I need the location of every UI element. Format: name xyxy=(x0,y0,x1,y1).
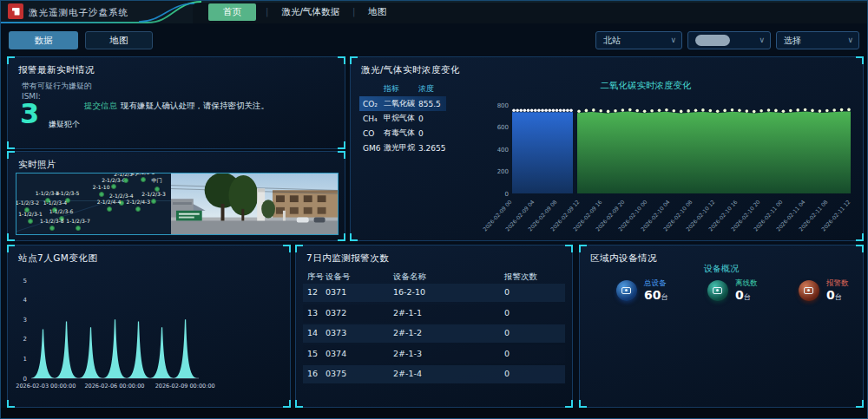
site-marker[interactable] xyxy=(49,226,55,231)
site-marker[interactable] xyxy=(151,199,156,204)
svg-text:2026-02-09 00:00:00: 2026-02-09 00:00:00 xyxy=(155,383,215,390)
col-header: 序号 xyxy=(307,272,324,283)
table-row[interactable]: 1603752#-1-40 xyxy=(303,365,565,383)
gas-panel-title: 激光/气体实时浓度变化 xyxy=(361,64,460,76)
site-marker[interactable] xyxy=(141,177,146,182)
svg-text:0: 0 xyxy=(23,376,27,383)
table-cell: 0 xyxy=(504,328,510,337)
site-marker-label: 1-1/2/3-1 xyxy=(18,211,42,217)
svg-text:2026-02-03 00:00:00: 2026-02-03 00:00:00 xyxy=(16,383,76,390)
tab-1[interactable]: 激光/气体数据 xyxy=(273,3,348,21)
table-cell: 16 xyxy=(307,369,318,378)
site-marker-label: 中门 xyxy=(152,177,162,185)
stat-label: 离线数 xyxy=(735,278,796,289)
table-row[interactable]: 12037116-2-100 xyxy=(303,284,565,302)
tab-2[interactable]: 地图 xyxy=(359,3,395,21)
site-marker-label: 1-1/2/3-5 xyxy=(56,190,79,196)
filter-select[interactable]: 选择∨ xyxy=(776,31,859,49)
site-marker[interactable] xyxy=(107,206,112,212)
data-button[interactable]: 数据 xyxy=(9,31,78,49)
table-cell: 2#-1-4 xyxy=(393,369,422,378)
site-schematic: 1-1/2/3-41-1/2/3-51-1/2/3-21-1/2/3-41-1/… xyxy=(16,173,171,234)
table-cell: 0372 xyxy=(326,308,346,318)
co2-chart: 02004006008002026-02-09 002026-02-09 042… xyxy=(495,95,866,239)
tab-separator: | xyxy=(352,7,355,16)
table-cell: 13 xyxy=(307,308,318,318)
table-row[interactable]: 1503742#-1-30 xyxy=(303,345,565,363)
table-row[interactable]: 1403732#-1-20 xyxy=(303,324,565,343)
device-table-header: 序号设备号设备名称报警次数 xyxy=(303,268,565,282)
submit-info-link[interactable]: 提交信息 xyxy=(84,101,117,112)
site-marker[interactable] xyxy=(123,178,128,183)
gm-panel-title: 站点7人GM变化图 xyxy=(18,252,97,265)
site-marker[interactable] xyxy=(111,184,116,189)
site-marker[interactable] xyxy=(155,187,160,192)
alarm-panel: 报警最新实时情况 带有可疑行为嫌疑的ISMI: 3 嫌疑犯个 提交信息 现有嫌疑… xyxy=(7,56,345,149)
svg-text:2026-02-06 00:00:00: 2026-02-06 00:00:00 xyxy=(84,383,144,390)
site-marker-label: 2-1/2/3-6 xyxy=(102,177,125,183)
svg-text:200: 200 xyxy=(497,168,509,175)
table-cell: 0374 xyxy=(326,349,346,358)
site-marker[interactable] xyxy=(135,206,141,212)
table-cell: 2#-1-2 xyxy=(393,328,422,337)
site-marker-label: 2-1-10 xyxy=(93,184,110,190)
chevron-down-icon: ∨ xyxy=(847,36,853,44)
gas-row[interactable]: CO₂二氧化碳855.5 xyxy=(359,96,446,111)
site-marker[interactable] xyxy=(76,226,81,231)
svg-text:1: 1 xyxy=(23,356,27,363)
table-cell: 12 xyxy=(307,287,318,297)
col-header: 设备号 xyxy=(326,272,351,283)
site-marker[interactable] xyxy=(28,219,33,224)
stat-value: 0台 xyxy=(826,289,868,304)
gas-row[interactable]: CH₄甲烷气体0 xyxy=(359,111,446,126)
chevron-down-icon: ∨ xyxy=(759,36,765,44)
photo-panel: 实时照片 1-1/2/3-41-1/2/3-51-1/2/3-21-1/2/3-… xyxy=(7,151,345,241)
stat-value: 60台 xyxy=(644,289,705,304)
tab-0[interactable]: 首页 xyxy=(208,3,256,21)
app-logo xyxy=(8,3,23,19)
stats-subtitle: 设备概况 xyxy=(580,263,863,275)
site-marker-label: 2-1/2/3-4 xyxy=(109,193,133,199)
alarm-panel-title: 报警最新实时情况 xyxy=(18,64,95,76)
station-select[interactable]: 北站∨ xyxy=(595,31,682,49)
table-cell: 0 xyxy=(504,349,510,358)
device-select[interactable]: ∨ xyxy=(687,31,771,49)
table-cell: 2#-1-3 xyxy=(393,349,422,358)
gas-row[interactable]: GM6激光甲烷3.2655 xyxy=(359,141,446,155)
tab-separator: | xyxy=(266,7,268,16)
toolbar: 数据 地图 北站∨ ∨ 选择∨ xyxy=(0,23,868,56)
svg-text:2: 2 xyxy=(23,336,27,343)
site-marker-label: 1-1/2/3-7 xyxy=(66,218,89,224)
table-cell: 0 xyxy=(504,308,510,318)
site-marker-label: 2-1/2/3-3 xyxy=(141,191,165,197)
svg-text:4: 4 xyxy=(23,297,28,304)
map-button[interactable]: 地图 xyxy=(85,31,153,49)
stats-panel: 区域内设备情况 设备概况 总设备60台离线数0台报警数0台 xyxy=(579,245,864,408)
site-marker-label: 1-1/2/3-8 xyxy=(40,218,63,224)
svg-text:0: 0 xyxy=(505,191,509,198)
station-select-value: 北站 xyxy=(603,35,621,47)
site-marker[interactable] xyxy=(99,192,104,197)
gas-row[interactable]: CO有毒气体0 xyxy=(359,126,446,141)
selected-tag xyxy=(695,35,730,46)
site-marker-label: 1-1/2/3-2 xyxy=(16,200,39,206)
device-table-title: 7日内监测报警次数 xyxy=(306,252,389,265)
gas-table-header: 指标浓度 xyxy=(359,82,446,96)
svg-text:400: 400 xyxy=(497,147,509,154)
device-table-panel: 7日内监测报警次数 序号设备号设备名称报警次数 12037116-2-10013… xyxy=(295,245,573,408)
svg-text:600: 600 xyxy=(497,124,509,131)
camera-blue-icon xyxy=(616,280,637,301)
table-cell: 15 xyxy=(307,349,318,358)
col-header: 报警次数 xyxy=(504,272,537,283)
table-cell: 16-2-10 xyxy=(393,287,425,297)
gm-chart: 0123452026-02-03 00:00:002026-02-06 00:0… xyxy=(16,268,286,400)
header: 激光遥测电子沙盘系统 首页|激光/气体数据|地图 xyxy=(0,0,868,23)
table-cell: 14 xyxy=(307,328,318,337)
app-title: 激光遥测电子沙盘系统 xyxy=(29,7,128,19)
gas-table: 指标浓度CO₂二氧化碳855.5CH₄甲烷气体0CO有毒气体0GM6激光甲烷3.… xyxy=(359,82,446,155)
site-marker-label: 2-1/2/4-3 xyxy=(127,199,150,205)
site-marker-label: 2-1/2/3-5 xyxy=(131,173,155,175)
table-cell: 0373 xyxy=(326,328,346,337)
table-row[interactable]: 1303722#-1-10 xyxy=(303,304,565,323)
photo-panel-title: 实时照片 xyxy=(18,159,56,171)
